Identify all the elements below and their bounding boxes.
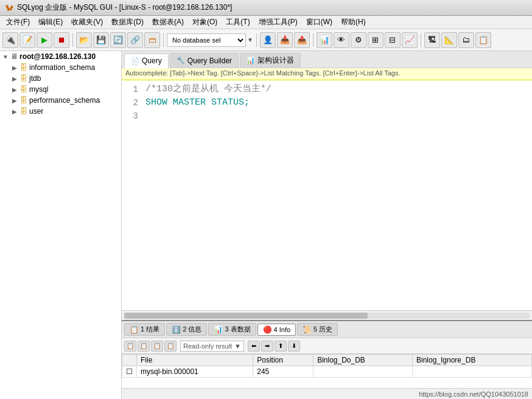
db-icon-0: 🗄: [20, 63, 27, 72]
result-tab-label-2: 2 信息: [183, 325, 201, 334]
menu-file[interactable]: 文件(F): [2, 16, 33, 29]
menu-help[interactable]: 帮助(H): [337, 16, 369, 29]
schema1-btn[interactable]: 🏗: [424, 32, 440, 48]
cell-binlog-do: [313, 366, 413, 378]
tab-schema-icon: 📊: [247, 57, 255, 64]
result-tab-bar: 📋 1 结果 ℹ️ 2 信息 📊 3 表数据 🔴 4 Info 📜: [122, 321, 532, 338]
sidebar-item-server[interactable]: ▼ 🖥 root@192.168.126.130: [0, 51, 121, 62]
result-tab-5[interactable]: 📜 5 历史: [297, 323, 338, 336]
proc-btn[interactable]: ⚙: [351, 32, 366, 48]
menu-enhanced[interactable]: 增强工具(P): [255, 16, 301, 29]
menu-edit[interactable]: 编辑(E): [35, 16, 66, 29]
view-btn[interactable]: 👁: [334, 32, 349, 48]
sidebar-item-user[interactable]: ▶ 🗄 user: [0, 106, 121, 117]
diag-btn[interactable]: 📈: [402, 32, 418, 48]
result-tab-3[interactable]: 📊 3 表数据: [208, 323, 256, 336]
db-icon-4: 🗄: [20, 107, 27, 116]
toolbar-sep-4: [313, 33, 313, 47]
tab-query-builder[interactable]: 🔧 Query Builder: [170, 53, 239, 68]
result-table-wrapper[interactable]: File Position Binlog_Do_DB Binlog_Ignore…: [122, 354, 532, 388]
result-tab-2[interactable]: ℹ️ 2 信息: [166, 323, 207, 336]
expand-icon-2: ▶: [12, 86, 18, 93]
db-label-1: jtdb: [29, 74, 41, 83]
schema2-btn[interactable]: 📐: [441, 32, 457, 48]
h-scrollbar-thumb[interactable]: [124, 313, 368, 319]
grid2-btn[interactable]: ⊟: [385, 32, 401, 48]
code-editor[interactable]: 1 /*130之前是从机 今天当主*/ 2 SHOW MASTER STATUS…: [122, 80, 532, 310]
read-only-label: Read-only result: [183, 342, 232, 350]
db-selector[interactable]: No database sel: [167, 33, 246, 47]
result-btn-8[interactable]: ⬇: [288, 341, 300, 352]
tab-query-icon: 📄: [131, 57, 139, 65]
db-label-3: performance_schema: [29, 96, 100, 105]
bottom-panel: 📋 1 结果 ℹ️ 2 信息 📊 3 表数据 🔴 4 Info 📜: [122, 320, 532, 399]
result-btn-1[interactable]: 📋: [124, 341, 136, 352]
code-line-1: 1 /*130之前是从机 今天当主*/: [122, 83, 532, 96]
status-bar: https://blog.csdn.net/QQ1043051018: [122, 388, 532, 399]
schema4-btn[interactable]: 📋: [475, 32, 491, 48]
open-btn[interactable]: 📂: [76, 32, 92, 48]
backup-btn[interactable]: 🗃: [144, 32, 160, 48]
menu-object[interactable]: 对象(O): [189, 16, 221, 29]
menu-window[interactable]: 窗口(W): [303, 16, 336, 29]
result-btn-5[interactable]: ⬅: [248, 341, 260, 352]
connect-btn[interactable]: 🔗: [127, 32, 143, 48]
menu-tools[interactable]: 工具(T): [222, 16, 253, 29]
new-connection-btn[interactable]: 🔌: [2, 32, 18, 48]
result-btn-4[interactable]: 📋: [164, 341, 177, 352]
result-btn-7[interactable]: ⬆: [275, 341, 287, 352]
result-tab-icon-2: ℹ️: [172, 325, 181, 334]
expand-icon-4: ▶: [12, 108, 18, 115]
new-query-btn[interactable]: 📝: [19, 32, 35, 48]
execute-btn[interactable]: ▶: [37, 32, 52, 48]
save-btn[interactable]: 💾: [93, 32, 109, 48]
grid-btn[interactable]: ⊞: [368, 32, 383, 48]
toolbar-sep-2: [163, 33, 164, 47]
code-line-2: 2 SHOW MASTER STATUS;: [122, 96, 532, 109]
sidebar-item-mysql[interactable]: ▶ 🗄 mysql: [0, 84, 121, 95]
h-scrollbar[interactable]: [122, 310, 532, 320]
db-label-4: user: [29, 107, 43, 116]
refresh-btn[interactable]: 🔄: [110, 32, 126, 48]
tab-query[interactable]: 📄 Query: [124, 54, 169, 68]
result-btn-3[interactable]: 📋: [151, 341, 163, 352]
db-label-2: mysql: [29, 85, 48, 94]
status-right: https://blog.csdn.net/QQ1043051018: [419, 390, 528, 398]
result-btn-6[interactable]: ➡: [261, 341, 273, 352]
result-toolbar: 📋 📋 📋 📋 Read-only result ▼ ⬅ ➡ ⬆ ⬇: [122, 338, 532, 354]
result-tab-1[interactable]: 📋 1 结果: [124, 323, 165, 336]
line-num-2: 2: [122, 96, 143, 109]
stop-btn[interactable]: ⏹: [54, 32, 69, 48]
h-scrollbar-track[interactable]: [124, 313, 530, 319]
tab-builder-label: Query Builder: [187, 57, 232, 65]
result-tab-icon-4: 🔴: [263, 325, 272, 334]
export-btn[interactable]: 📤: [294, 32, 310, 48]
sidebar-item-performance_schema[interactable]: ▶ 🗄 performance_schema: [0, 95, 121, 106]
result-tab-label-4: 4 Info: [274, 326, 291, 333]
line-num-3: 3: [122, 109, 143, 123]
sidebar-item-jtdb[interactable]: ▶ 🗄 jtdb: [0, 73, 121, 84]
user-btn[interactable]: 👤: [260, 32, 276, 48]
main-layout: ▼ 🖥 root@192.168.126.130 ▶ 🗄 information…: [0, 51, 532, 399]
result-btn-2[interactable]: 📋: [138, 341, 150, 352]
table-btn[interactable]: 📊: [317, 32, 332, 48]
result-tab-4[interactable]: 🔴 4 Info: [257, 324, 296, 336]
sidebar-item-information_schema[interactable]: ▶ 🗄 information_schema: [0, 62, 121, 73]
toolbar-sep-1: [72, 33, 73, 47]
query-tab-bar: 📄 Query 🔧 Query Builder 📊 架构设计器: [122, 51, 532, 68]
db-icon-1: 🗄: [20, 74, 27, 83]
import-btn[interactable]: 📥: [277, 32, 293, 48]
menu-table[interactable]: 数据表(A): [149, 16, 187, 29]
tab-builder-icon: 🔧: [177, 57, 185, 64]
sidebar: ▼ 🖥 root@192.168.126.130 ▶ 🗄 information…: [0, 51, 122, 399]
menu-favorites[interactable]: 收藏夹(V): [68, 16, 107, 29]
cell-checkbox[interactable]: ☐: [122, 366, 137, 378]
db-selector-wrapper: No database sel ▼: [167, 33, 253, 47]
schema3-btn[interactable]: 🗂: [458, 32, 474, 48]
tab-schema[interactable]: 📊 架构设计器: [240, 53, 301, 68]
title-bar: 🐿 SQLyog 企业版 - MySQL GUI - [Linux-S - ro…: [0, 0, 532, 16]
menu-database[interactable]: 数据库(D): [108, 16, 147, 29]
menu-bar: 文件(F) 编辑(E) 收藏夹(V) 数据库(D) 数据表(A) 对象(O) 工…: [0, 16, 532, 29]
col-binlog-do: Binlog_Do_DB: [313, 355, 413, 366]
read-only-selector[interactable]: Read-only result ▼: [180, 341, 244, 352]
